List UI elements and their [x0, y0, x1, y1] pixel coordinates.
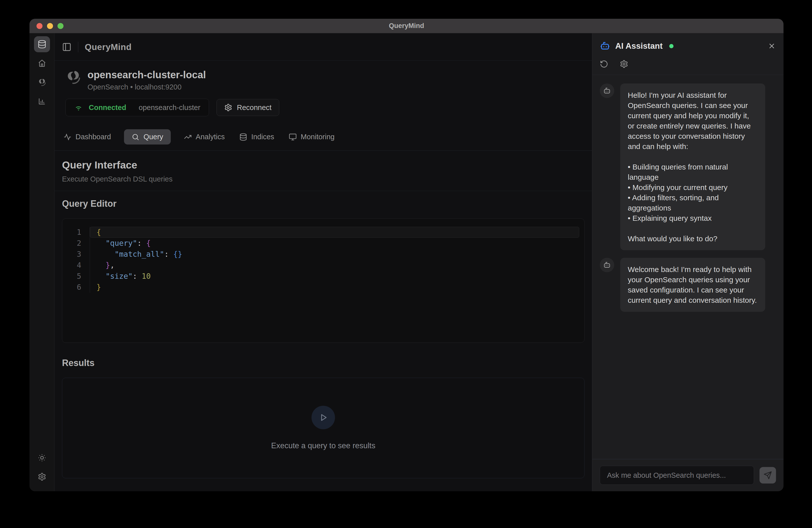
window-title: QueryMind [29, 22, 783, 30]
code-token [97, 272, 105, 280]
line-number: 1 [62, 227, 90, 238]
code-token: : [137, 239, 146, 248]
bot-avatar [600, 84, 614, 98]
ai-panel-header: AI Assistant [592, 33, 783, 75]
results-empty-text: Execute a query to see results [271, 441, 375, 450]
assistant-message: Welcome back! I'm ready to help with you… [600, 258, 776, 312]
tab-indices[interactable]: Indices [238, 129, 276, 145]
gear-icon [224, 103, 232, 112]
sidebar-item-opensearch[interactable] [34, 74, 50, 90]
query-interface-header: Query Interface Execute OpenSearch DSL q… [55, 151, 592, 191]
cluster-subtitle: OpenSearch • localhost:9200 [87, 83, 206, 91]
tab-monitoring[interactable]: Monitoring [287, 129, 336, 145]
online-status-dot [669, 44, 673, 48]
section-subtitle: Execute OpenSearch DSL queries [62, 175, 584, 183]
reconnect-button[interactable]: Reconnect [217, 99, 279, 116]
home-icon [38, 59, 46, 68]
line-number: 3 [62, 249, 90, 260]
code-token: "query" [105, 239, 137, 248]
line-number: 6 [62, 282, 90, 293]
rotate-ccw-icon [600, 60, 608, 68]
results-section: Results Execute a query to see results [55, 350, 592, 486]
sidebar [29, 33, 55, 491]
gear-icon [620, 60, 628, 68]
results-heading: Results [62, 358, 584, 368]
code-line: 6} [62, 282, 584, 293]
query-editor-section: Query Editor 1{ 2 "query": { 3 "match_al… [55, 191, 592, 350]
monitor-icon [289, 133, 297, 141]
line-number: 5 [62, 271, 90, 282]
send-button[interactable] [759, 467, 776, 484]
theme-toggle-button[interactable] [34, 450, 50, 466]
opensearch-logo-icon [37, 77, 47, 87]
results-empty-state: Execute a query to see results [62, 378, 584, 478]
assistant-message: Hello! I'm your AI assistant for OpenSea… [600, 84, 776, 250]
main-header: QueryMind [55, 33, 592, 61]
code-token [97, 239, 105, 248]
ai-assistant-panel: AI Assistant [592, 33, 783, 491]
sidebar-item-home[interactable] [34, 55, 50, 71]
code-line: 3 "match_all": {} [62, 249, 584, 260]
code-token: 10 [142, 272, 151, 280]
status-badge: Connected [89, 103, 126, 112]
sun-icon [38, 454, 46, 462]
cluster-label: opensearch-cluster [139, 103, 201, 112]
main-content: QueryMind opensearch-cluster-local OpenS… [55, 33, 592, 491]
reconnect-label: Reconnect [237, 103, 272, 112]
sidebar-toggle-button[interactable] [62, 42, 72, 52]
titlebar: QueryMind [29, 19, 783, 33]
close-panel-button[interactable] [768, 42, 776, 50]
code-token: { [97, 228, 101, 236]
bot-avatar [600, 258, 614, 272]
code-token: } [97, 283, 101, 292]
assistant-settings-button[interactable] [620, 60, 628, 68]
play-icon [311, 406, 335, 429]
bot-icon [600, 41, 610, 51]
tab-query[interactable]: Query [124, 129, 171, 145]
tab-analytics[interactable]: Analytics [182, 129, 226, 145]
query-editor-heading: Query Editor [62, 199, 584, 209]
code-token: {} [173, 250, 182, 259]
connection-status-pill: Connected opensearch-cluster [66, 99, 209, 116]
reset-conversation-button[interactable] [600, 60, 608, 68]
ai-panel-title: AI Assistant [615, 41, 663, 51]
chat-messages: Hello! I'm your AI assistant for OpenSea… [592, 75, 783, 459]
tab-label: Analytics [196, 133, 225, 141]
search-icon [131, 133, 140, 141]
gear-icon [38, 472, 46, 481]
activity-icon [63, 133, 72, 141]
chat-input-bar [592, 459, 783, 491]
code-token: , [110, 261, 115, 269]
sidebar-item-database[interactable] [34, 36, 50, 52]
tab-label: Dashboard [75, 133, 111, 141]
code-token [97, 261, 105, 269]
tab-label: Indices [251, 133, 274, 141]
cluster-info: opensearch-cluster-local OpenSearch • lo… [55, 61, 592, 116]
panel-left-icon [62, 42, 72, 52]
chat-input[interactable] [600, 466, 754, 485]
code-line: 5 "size": 10 [62, 271, 584, 282]
code-line: 1{ [62, 227, 584, 238]
bar-chart-icon [38, 97, 46, 105]
line-number: 2 [62, 238, 90, 249]
code-line: 4 }, [62, 260, 584, 271]
wifi-icon [74, 103, 83, 112]
code-token: "match_all" [115, 250, 164, 259]
database-icon [38, 40, 46, 49]
message-bubble: Welcome back! I'm ready to help with you… [620, 258, 765, 312]
code-token: : [133, 272, 142, 280]
tab-bar: Dashboard Query Analytics Indices Monito… [55, 116, 592, 151]
message-bubble: Hello! I'm your AI assistant for OpenSea… [620, 84, 765, 250]
section-title: Query Interface [62, 159, 584, 171]
code-token: "size" [105, 272, 132, 280]
send-icon [764, 471, 772, 480]
page-title: QueryMind [85, 42, 131, 52]
code-token: : [164, 250, 173, 259]
code-token: { [146, 239, 151, 248]
app-window: QueryMind [29, 19, 783, 491]
code-editor[interactable]: 1{ 2 "query": { 3 "match_all": {} 4 }, 5… [62, 219, 584, 343]
tab-label: Query [144, 133, 163, 141]
sidebar-item-analytics[interactable] [34, 93, 50, 109]
tab-dashboard[interactable]: Dashboard [62, 129, 113, 145]
settings-button[interactable] [34, 469, 50, 485]
